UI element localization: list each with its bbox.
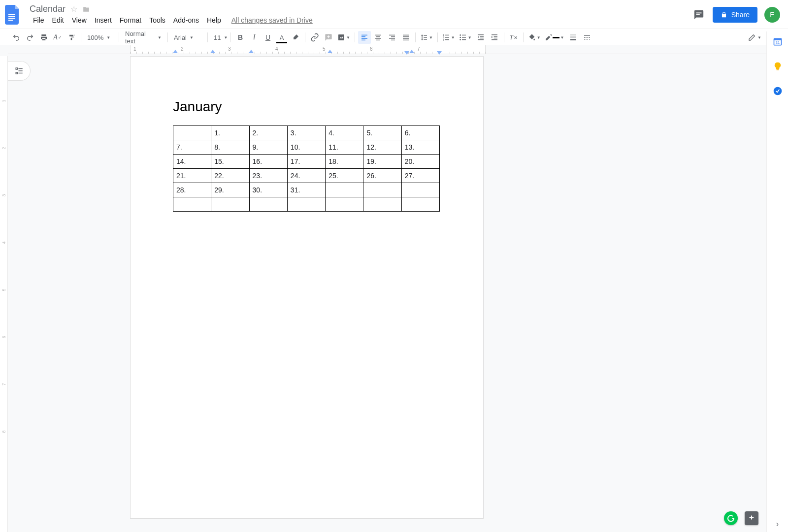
menu-view[interactable]: View	[68, 14, 90, 26]
clear-formatting-button[interactable]: T✕	[507, 31, 520, 44]
save-status[interactable]: All changes saved in Drive	[231, 16, 313, 24]
table-cell[interactable]	[401, 183, 439, 197]
calendar-table[interactable]: 1.2.3.4.5.6.7.8.9.10.11.12.13.14.15.16.1…	[173, 125, 440, 212]
insert-link-button[interactable]	[308, 31, 321, 44]
table-cell[interactable]	[211, 197, 249, 212]
table-cell[interactable]: 9.	[249, 140, 287, 155]
menu-insert[interactable]: Insert	[91, 14, 115, 26]
table-cell[interactable]: 15.	[211, 155, 249, 169]
numbered-list-button[interactable]: 123▼	[441, 31, 457, 44]
editing-mode-button[interactable]: ▼	[747, 31, 763, 44]
table-cell[interactable]: 8.	[211, 140, 249, 155]
table-cell[interactable]: 25.	[326, 169, 363, 183]
bulleted-list-button[interactable]: ▼	[458, 31, 473, 44]
outline-toggle[interactable]	[8, 61, 31, 81]
table-cell[interactable]	[363, 197, 401, 212]
table-cell[interactable]	[326, 183, 363, 197]
menu-edit[interactable]: Edit	[49, 14, 67, 26]
heading[interactable]: January	[173, 99, 441, 115]
table-cell[interactable]: 23.	[249, 169, 287, 183]
align-justify-button[interactable]	[399, 31, 412, 44]
table-cell[interactable]	[173, 126, 211, 140]
table-cell[interactable]: 3.	[287, 126, 325, 140]
underline-button[interactable]: U	[262, 31, 274, 44]
bold-button[interactable]: B	[234, 31, 247, 44]
table-cell[interactable]: 1.	[211, 126, 249, 140]
border-width-button[interactable]	[567, 31, 580, 44]
table-cell[interactable]: 17.	[287, 155, 325, 169]
paint-format-button[interactable]	[65, 31, 78, 44]
table-cell[interactable]: 19.	[363, 155, 401, 169]
horizontal-ruler[interactable]: 1234567	[8, 45, 766, 54]
text-color-button[interactable]: A	[275, 31, 288, 44]
docs-logo[interactable]	[3, 5, 23, 25]
table-cell[interactable]: 10.	[287, 140, 325, 155]
undo-button[interactable]	[10, 31, 23, 44]
tasks-addon[interactable]	[772, 86, 783, 96]
table-cell[interactable]: 12.	[363, 140, 401, 155]
table-cell[interactable]	[287, 197, 325, 212]
table-cell[interactable]: 14.	[173, 155, 211, 169]
table-cell[interactable]	[401, 197, 439, 212]
table-cell[interactable]	[363, 183, 401, 197]
insert-image-button[interactable]: ▼	[336, 31, 352, 44]
table-cell[interactable]: 6.	[401, 126, 439, 140]
border-color-button[interactable]: ▼	[543, 31, 566, 44]
menu-help[interactable]: Help	[203, 14, 225, 26]
paragraph-style-select[interactable]: Normal text▼	[122, 31, 164, 44]
table-cell[interactable]: 11.	[326, 140, 363, 155]
table-cell[interactable]: 4.	[326, 126, 363, 140]
italic-button[interactable]: I	[248, 31, 261, 44]
table-cell[interactable]	[326, 197, 363, 212]
font-size-select[interactable]: 11▼	[211, 31, 228, 44]
table-cell[interactable]: 16.	[249, 155, 287, 169]
fill-color-button[interactable]: ▼	[526, 31, 542, 44]
decrease-indent-button[interactable]	[474, 31, 487, 44]
comments-button[interactable]	[692, 8, 706, 22]
move-folder-icon[interactable]	[82, 6, 90, 13]
zoom-select[interactable]: 100%▼	[84, 31, 116, 44]
table-cell[interactable]: 2.	[249, 126, 287, 140]
line-spacing-button[interactable]: ▼	[419, 31, 434, 44]
table-cell[interactable]: 26.	[363, 169, 401, 183]
table-cell[interactable]: 5.	[363, 126, 401, 140]
table-cell[interactable]: 28.	[173, 183, 211, 197]
document-page[interactable]: January 1.2.3.4.5.6.7.8.9.10.11.12.13.14…	[130, 56, 484, 519]
grammarly-button[interactable]	[724, 511, 738, 525]
vertical-ruler[interactable]: 12345678	[0, 56, 8, 532]
menu-tools[interactable]: Tools	[146, 14, 169, 26]
table-cell[interactable]: 24.	[287, 169, 325, 183]
table-cell[interactable]: 21.	[173, 169, 211, 183]
side-panel-expand[interactable]: ›	[772, 521, 783, 532]
highlight-button[interactable]	[289, 31, 302, 44]
spellcheck-button[interactable]: A✓	[51, 31, 64, 44]
table-cell[interactable]	[249, 197, 287, 212]
keep-addon[interactable]	[772, 61, 783, 72]
menu-file[interactable]: File	[30, 14, 48, 26]
align-center-button[interactable]	[372, 31, 385, 44]
table-cell[interactable]: 20.	[401, 155, 439, 169]
table-cell[interactable]	[173, 197, 211, 212]
table-cell[interactable]: 31.	[287, 183, 325, 197]
increase-indent-button[interactable]	[488, 31, 501, 44]
table-cell[interactable]: 7.	[173, 140, 211, 155]
print-button[interactable]	[37, 31, 50, 44]
table-cell[interactable]: 13.	[401, 140, 439, 155]
insert-comment-button[interactable]	[322, 31, 335, 44]
table-cell[interactable]: 29.	[211, 183, 249, 197]
align-left-button[interactable]	[358, 31, 371, 44]
star-icon[interactable]: ☆	[70, 4, 77, 14]
font-select[interactable]: Arial▼	[171, 31, 204, 44]
account-avatar[interactable]: E	[764, 7, 780, 23]
explore-button[interactable]	[745, 511, 758, 525]
redo-button[interactable]	[24, 31, 36, 44]
table-cell[interactable]: 22.	[211, 169, 249, 183]
calendar-addon[interactable]: 31	[772, 36, 783, 47]
table-cell[interactable]: 18.	[326, 155, 363, 169]
menu-addons[interactable]: Add-ons	[170, 14, 202, 26]
menu-format[interactable]: Format	[116, 14, 145, 26]
border-dash-button[interactable]	[581, 31, 593, 44]
table-cell[interactable]: 27.	[401, 169, 439, 183]
table-cell[interactable]: 30.	[249, 183, 287, 197]
share-button[interactable]: Share	[713, 7, 757, 23]
